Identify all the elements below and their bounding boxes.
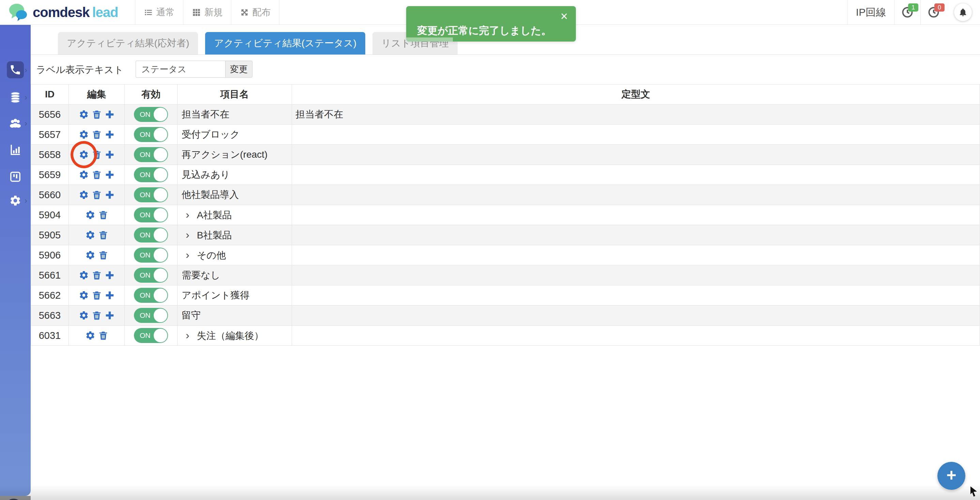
tab-activity-result-responder[interactable]: アクティビティ結果(応対者) — [58, 32, 198, 54]
add-item-fab[interactable]: + — [937, 462, 965, 490]
brand-bubble-icon — [8, 3, 28, 21]
enabled-toggle[interactable]: ON — [134, 328, 168, 343]
nav-item-normal[interactable]: 通常 — [135, 0, 183, 24]
top-right-controls: IP回線 1 0 — [848, 0, 980, 24]
delete-button[interactable] — [92, 310, 102, 321]
table-row: 5663ON留守 — [31, 306, 980, 325]
trash-icon — [92, 290, 102, 300]
edit-settings-button[interactable] — [85, 330, 95, 341]
delete-button[interactable] — [98, 250, 108, 260]
brand-logo[interactable]: comdesklead — [8, 2, 118, 22]
cell-item-name: 見込みあり — [178, 165, 292, 185]
enabled-toggle[interactable]: ON — [134, 147, 168, 162]
cell-actions — [69, 265, 125, 286]
table-row: 5659ON見込みあり — [31, 165, 980, 185]
add-child-button[interactable] — [105, 310, 115, 321]
chevron-right-icon: › — [24, 119, 30, 128]
table-row: 5660ON他社製品導入 — [31, 185, 980, 205]
timer-success-button[interactable]: 1 — [894, 0, 921, 24]
table-row: 5904ON›A社製品 — [31, 205, 980, 225]
edit-settings-button[interactable] — [85, 230, 95, 240]
delete-button[interactable] — [92, 110, 102, 119]
item-name-text: 再アクション(react) — [181, 149, 267, 160]
toggle-on-label: ON — [140, 271, 151, 279]
label-text-input[interactable] — [135, 60, 225, 78]
cell-id: 5659 — [31, 165, 69, 185]
add-child-button[interactable] — [105, 290, 115, 300]
close-icon[interactable]: × — [560, 10, 568, 22]
delete-button[interactable] — [98, 230, 108, 240]
nav-item-new[interactable]: 新規 — [183, 0, 231, 24]
items-table: ID 編集 有効 項目名 定型文 5656ON担当者不在担当者不在5657ON受… — [31, 84, 980, 346]
list-icon — [144, 8, 153, 17]
app-root: comdesklead 通常 新規 配布 IP回線 1 — [0, 0, 980, 500]
sidebar-item-database[interactable] — [9, 91, 21, 103]
table-row: 5662ONアポイント獲得 — [31, 286, 980, 306]
sidebar-item-phone[interactable] — [9, 64, 21, 76]
enabled-toggle[interactable]: ON — [134, 187, 168, 202]
add-child-button[interactable] — [105, 170, 115, 180]
cell-id: 5663 — [31, 306, 69, 325]
cell-enabled: ON — [125, 205, 178, 225]
delete-button[interactable] — [92, 149, 102, 160]
edit-settings-button[interactable] — [79, 290, 89, 300]
edit-settings-button[interactable] — [79, 149, 89, 160]
sidebar-item-settings[interactable] — [9, 194, 21, 207]
cell-template-text — [292, 306, 980, 325]
gear-icon — [79, 270, 89, 280]
sidebar-item-board[interactable] — [9, 171, 21, 183]
delete-button[interactable] — [98, 330, 108, 341]
cell-actions — [69, 286, 125, 306]
toggle-knob — [154, 268, 167, 282]
enabled-toggle[interactable]: ON — [134, 268, 168, 283]
toggle-on-label: ON — [140, 151, 151, 159]
edit-settings-button[interactable] — [79, 129, 89, 140]
nav-item-distribute[interactable]: 配布 — [231, 0, 279, 24]
enabled-toggle[interactable]: ON — [134, 208, 168, 222]
cell-enabled: ON — [125, 185, 178, 205]
enabled-toggle[interactable]: ON — [134, 308, 168, 323]
sidebar-user-avatar[interactable] — [4, 498, 23, 500]
delete-button[interactable] — [92, 270, 102, 280]
tab-activity-result-status[interactable]: アクティビティ結果(ステータス) — [205, 32, 365, 54]
enabled-toggle[interactable]: ON — [134, 167, 168, 182]
delete-button[interactable] — [92, 290, 102, 300]
sidebar-item-users[interactable] — [9, 117, 21, 129]
enabled-toggle[interactable]: ON — [134, 288, 168, 303]
add-child-button[interactable] — [105, 270, 115, 280]
edit-settings-button[interactable] — [79, 190, 89, 200]
edit-settings-button[interactable] — [79, 170, 89, 180]
enabled-toggle[interactable]: ON — [134, 127, 168, 142]
delete-button[interactable] — [98, 210, 108, 220]
toggle-knob — [154, 228, 167, 242]
cell-enabled: ON — [125, 286, 178, 306]
add-child-button[interactable] — [105, 110, 115, 119]
enabled-toggle[interactable]: ON — [134, 248, 168, 263]
toggle-on-label: ON — [140, 251, 151, 259]
edit-settings-button[interactable] — [85, 250, 95, 260]
plus-icon — [105, 270, 115, 280]
timer-alert-button[interactable]: 0 — [921, 0, 947, 24]
notifications-button[interactable] — [954, 3, 972, 21]
enabled-toggle[interactable]: ON — [134, 227, 168, 243]
delete-button[interactable] — [92, 190, 102, 200]
edit-settings-button[interactable] — [79, 310, 89, 321]
add-child-button[interactable] — [105, 149, 115, 160]
change-button[interactable]: 変更 — [225, 60, 253, 78]
cell-template-text — [292, 125, 980, 145]
delete-button[interactable] — [92, 170, 102, 180]
add-child-button[interactable] — [105, 129, 115, 140]
trash-icon — [98, 230, 108, 240]
enabled-toggle[interactable]: ON — [134, 107, 168, 122]
gear-icon — [85, 330, 95, 341]
sidebar-item-reports[interactable] — [9, 144, 21, 156]
edit-settings-button[interactable] — [79, 110, 89, 119]
delete-button[interactable] — [92, 129, 102, 140]
edit-settings-button[interactable] — [79, 270, 89, 280]
label-display-text: ラベル表示テキスト — [36, 63, 124, 76]
edit-settings-button[interactable] — [85, 210, 95, 220]
person-circle-icon — [4, 498, 23, 500]
add-child-button[interactable] — [105, 190, 115, 200]
grid-icon — [192, 8, 201, 17]
actions-wrap — [69, 330, 124, 341]
